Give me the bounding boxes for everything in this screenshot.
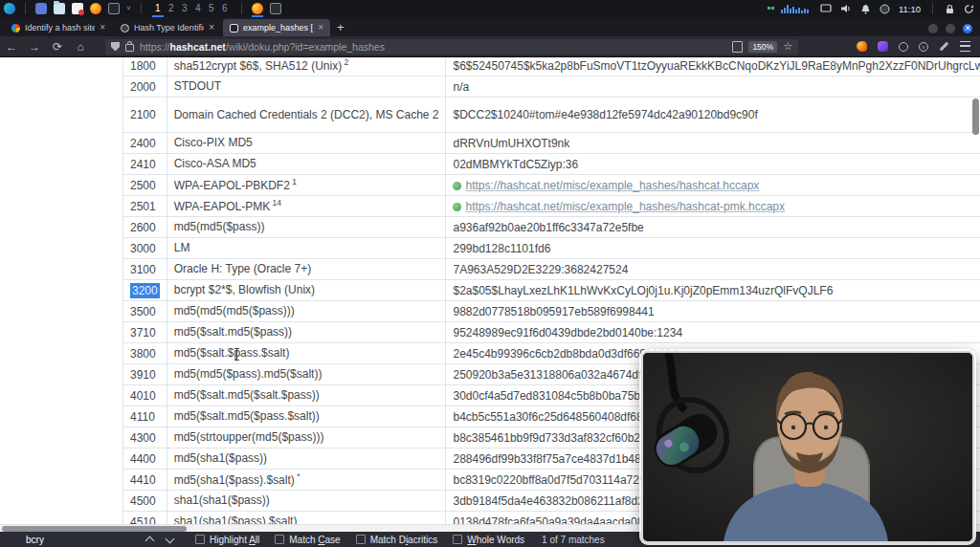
text-editor-icon[interactable] <box>72 3 83 14</box>
hash-mode-id: 3100 <box>123 259 167 280</box>
file-manager-icon[interactable] <box>54 3 65 14</box>
hash-type-name: md5($salt.$pass.$salt) <box>167 343 446 364</box>
volume-icon[interactable] <box>840 4 852 13</box>
footnote-marker[interactable]: 14 <box>270 198 281 208</box>
notification-bell-icon[interactable] <box>860 4 871 14</box>
hash-mode-id: 3710 <box>123 322 167 343</box>
logout-icon[interactable] <box>964 4 974 14</box>
zoom-level-badge[interactable]: 150% <box>748 41 777 53</box>
reader-mode-icon[interactable] <box>732 41 743 53</box>
activity-graph <box>768 3 812 14</box>
example-hash-link[interactable]: https://hashcat.net/misc/example_hashes/… <box>465 179 759 192</box>
find-option-whole-words[interactable]: Whole Words <box>453 535 524 545</box>
extension-gem-icon[interactable] <box>878 41 888 52</box>
hash-type-name: sha1(sha1($pass).$salt) <box>167 512 446 525</box>
hash-mode-id: 3500 <box>123 301 167 322</box>
tab-1[interactable]: Identify a hash site - Goo× <box>5 19 112 36</box>
workspace-5[interactable]: 5 <box>205 1 218 16</box>
tab-title: Hash Type Identifier - Ide <box>134 23 204 33</box>
hash-type-name: sha512crypt $6$, SHA512 (Unix) 2 <box>167 57 446 77</box>
url-bar[interactable]: https://hashcat.net/wiki/doku.php?id=exa… <box>105 39 798 55</box>
forward-button[interactable]: → <box>23 37 46 56</box>
checkbox-icon[interactable] <box>195 535 205 544</box>
tab-2[interactable]: Hash Type Identifier - Ide× <box>114 19 221 36</box>
tab-close-icon[interactable]: × <box>209 23 214 33</box>
new-tab-button[interactable]: + <box>337 20 345 34</box>
footnote-marker[interactable]: * <box>295 471 301 481</box>
workspace-6[interactable]: 6 <box>218 1 232 16</box>
tab-title: Identify a hash site - Goo <box>25 23 95 33</box>
workspace-3[interactable]: 3 <box>178 1 191 16</box>
table-row: 3200bcrypt $2*$, Blowfish (Unix)$2a$05$L… <box>123 280 980 301</box>
clock[interactable]: 11:10 <box>899 4 921 14</box>
account-icon[interactable]: v <box>919 42 928 52</box>
example-hash-value: https://hashcat.net/misc/example_hashes/… <box>446 175 980 196</box>
back-button[interactable]: ← <box>0 37 23 56</box>
reload-button[interactable]: ⟳ <box>46 37 69 56</box>
workspace-4[interactable]: 4 <box>191 1 205 16</box>
checkbox-icon[interactable] <box>275 535 284 544</box>
find-input[interactable]: bcry <box>0 535 139 545</box>
find-next-button[interactable] <box>166 534 175 543</box>
hash-mode-id: 3800 <box>123 343 167 364</box>
find-option-highlight-all[interactable]: Highlight All <box>195 535 259 545</box>
window-thumb-icon[interactable] <box>270 3 281 14</box>
home-button[interactable]: ⌂ <box>69 37 92 56</box>
https-lock-icon[interactable] <box>125 44 134 52</box>
checkbox-icon[interactable] <box>453 535 462 544</box>
bookmark-star-icon[interactable]: ☆ <box>783 41 792 52</box>
lock-icon[interactable] <box>945 4 955 14</box>
distro-logo-icon[interactable] <box>4 3 15 14</box>
hamburger-menu-icon[interactable] <box>960 41 970 52</box>
table-row: 2501WPA-EAPOL-PMK 14https://hashcat.net/… <box>123 196 980 217</box>
taskbar-firefox-active[interactable] <box>252 3 263 14</box>
find-option-match-case[interactable]: Match Case <box>275 535 340 545</box>
terminal-icon[interactable] <box>108 3 120 14</box>
table-row: 2600md5(md5($pass))a936af92b0ae20b1ff6c3… <box>123 217 980 238</box>
hash-mode-id: 4410 <box>123 470 167 491</box>
app-window-icon[interactable] <box>35 3 47 14</box>
find-option-match-diacritics[interactable]: Match Diacritics <box>356 535 438 545</box>
display-icon[interactable] <box>820 4 832 13</box>
status-circle-icon[interactable] <box>880 4 890 14</box>
maximize-button[interactable] <box>946 24 955 33</box>
extensions-puzzle-icon[interactable] <box>899 42 908 52</box>
example-hash-value: 9882d0778518b095917eb589f6998441 <box>446 301 980 322</box>
url-text[interactable]: https://hashcat.net/wiki/doku.php?id=exa… <box>140 41 726 53</box>
firefox-launcher-icon[interactable] <box>90 3 101 14</box>
extension-fox-icon[interactable] <box>857 41 867 52</box>
minimize-button[interactable] <box>928 24 938 33</box>
tracking-protection-shield-icon[interactable] <box>111 42 120 52</box>
divider <box>141 3 142 14</box>
hash-type-name: md5(md5($pass).md5($salt)) <box>167 364 446 385</box>
checkbox-icon[interactable] <box>356 535 366 544</box>
hash-mode-id: 3000 <box>123 238 167 259</box>
tab-close-icon[interactable]: × <box>100 23 105 33</box>
close-window-button[interactable]: ✕ <box>963 24 972 33</box>
hash-type-name: Domain Cached Credentials 2 (DCC2), MS C… <box>167 98 446 133</box>
footnote-marker[interactable]: 1 <box>290 177 297 186</box>
browser-tab-bar: Identify a hash site - Goo×Hash Type Ide… <box>0 17 980 36</box>
hash-type-name: md5(md5(md5($pass))) <box>167 301 446 322</box>
example-hash-value: 7A963A529D2E3229:3682427524 <box>446 259 980 280</box>
example-hash-value: 299bd128c1101fd6 <box>446 238 980 259</box>
example-hash-value: 95248989ec91f6d0439dbde2bd0140be:1234 <box>446 322 980 343</box>
table-row: 2100Domain Cached Credentials 2 (DCC2), … <box>123 98 980 133</box>
developer-wrench-icon[interactable] <box>940 42 949 52</box>
tab-3[interactable]: example_hashes [hashca× <box>223 19 330 36</box>
hash-type-name: STDOUT <box>167 77 446 98</box>
find-option-label: Match Case <box>289 535 340 545</box>
vertical-scrollbar-thumb[interactable] <box>972 98 979 135</box>
tab-close-icon[interactable]: × <box>318 23 323 33</box>
hash-type-name: md5($salt.md5($pass.$salt)) <box>167 406 446 427</box>
workspace-2[interactable]: 2 <box>165 1 178 16</box>
hash-mode-id: 2400 <box>123 133 167 154</box>
example-hash-link[interactable]: https://hashcat.net/misc/example_hashes/… <box>465 200 785 213</box>
find-previous-button[interactable] <box>145 536 155 546</box>
system-taskbar: ˅ 123456 11:10 <box>0 0 980 17</box>
hash-mode-id: 2500 <box>123 175 167 196</box>
footnote-marker[interactable]: 2 <box>342 57 348 67</box>
workspace-1[interactable]: 1 <box>151 1 165 16</box>
hash-mode-id: 4400 <box>123 449 167 470</box>
chevron-down-icon[interactable]: ˅ <box>126 5 131 12</box>
